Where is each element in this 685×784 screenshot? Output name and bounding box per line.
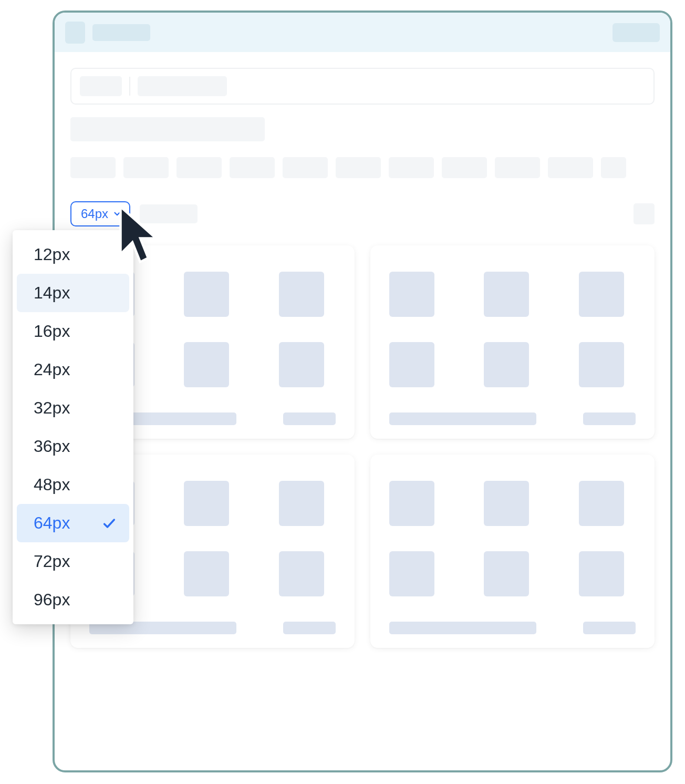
result-card[interactable] bbox=[370, 245, 655, 439]
tab-item[interactable] bbox=[548, 157, 593, 178]
size-option[interactable]: 48px bbox=[17, 466, 129, 504]
card-footer bbox=[389, 412, 636, 425]
thumb bbox=[484, 272, 529, 317]
size-option-label: 32px bbox=[34, 398, 70, 418]
tab-item[interactable] bbox=[442, 157, 487, 178]
size-option-label: 16px bbox=[34, 322, 70, 341]
size-option-label: 48px bbox=[34, 475, 70, 494]
tab-item[interactable] bbox=[123, 157, 169, 178]
size-option[interactable]: 24px bbox=[17, 350, 129, 389]
thumb bbox=[579, 342, 624, 387]
size-option-label: 64px bbox=[34, 513, 70, 533]
tab-item[interactable] bbox=[177, 157, 222, 178]
icon-size-dropdown: 12px14px16px24px32px36px48px64px72px96px bbox=[13, 230, 133, 624]
tab-item[interactable] bbox=[230, 157, 275, 178]
thumb bbox=[484, 551, 529, 596]
tab-more[interactable] bbox=[601, 157, 626, 178]
thumb bbox=[389, 481, 434, 526]
tab-item[interactable] bbox=[389, 157, 434, 178]
size-option-label: 14px bbox=[34, 283, 70, 303]
size-option[interactable]: 64px bbox=[17, 504, 129, 542]
thumb bbox=[279, 342, 324, 387]
card-thumb-grid bbox=[389, 481, 636, 596]
size-option-label: 36px bbox=[34, 437, 70, 456]
size-option[interactable]: 14px bbox=[17, 274, 129, 312]
size-option-label: 12px bbox=[34, 245, 70, 264]
check-icon bbox=[102, 516, 117, 531]
card-meta-placeholder bbox=[583, 622, 636, 634]
thumb bbox=[184, 551, 229, 596]
search-input-placeholder[interactable] bbox=[138, 76, 227, 96]
thumb bbox=[279, 481, 324, 526]
tab-item[interactable] bbox=[283, 157, 328, 178]
app-icon bbox=[65, 22, 85, 44]
thumb bbox=[579, 481, 624, 526]
card-title-placeholder bbox=[389, 412, 536, 425]
view-toggle-button[interactable] bbox=[634, 203, 655, 224]
thumb bbox=[279, 272, 324, 317]
tab-item[interactable] bbox=[495, 157, 540, 178]
result-card[interactable] bbox=[370, 455, 655, 648]
thumb bbox=[184, 481, 229, 526]
search-scope-chip[interactable] bbox=[80, 76, 122, 96]
thumb bbox=[484, 342, 529, 387]
content-area: 64px bbox=[55, 52, 670, 648]
thumb bbox=[184, 342, 229, 387]
app-title-placeholder bbox=[92, 24, 150, 41]
thumb bbox=[389, 342, 434, 387]
titlebar bbox=[55, 13, 670, 52]
thumb bbox=[184, 272, 229, 317]
card-meta-placeholder bbox=[583, 412, 636, 425]
thumb bbox=[389, 551, 434, 596]
app-window: 64px bbox=[53, 11, 672, 772]
titlebar-action-button[interactable] bbox=[613, 23, 660, 42]
card-footer bbox=[389, 622, 636, 634]
card-thumb-grid bbox=[389, 272, 636, 387]
icon-size-value: 64px bbox=[81, 207, 108, 221]
tab-item[interactable] bbox=[336, 157, 381, 178]
search-bar[interactable] bbox=[70, 68, 655, 105]
card-title-placeholder bbox=[389, 622, 536, 634]
thumb bbox=[579, 551, 624, 596]
card-meta-placeholder bbox=[283, 412, 336, 425]
thumb bbox=[279, 551, 324, 596]
tabs-row bbox=[70, 157, 655, 178]
size-option[interactable]: 72px bbox=[17, 542, 129, 581]
thumb bbox=[389, 272, 434, 317]
size-option[interactable]: 36px bbox=[17, 427, 129, 466]
cursor-icon bbox=[117, 203, 164, 266]
size-option[interactable]: 12px bbox=[17, 235, 129, 274]
thumb bbox=[484, 481, 529, 526]
tab-item[interactable] bbox=[70, 157, 116, 178]
cards-grid bbox=[70, 245, 655, 648]
size-option-label: 96px bbox=[34, 590, 70, 610]
size-option-label: 72px bbox=[34, 552, 70, 571]
size-option[interactable]: 16px bbox=[17, 312, 129, 350]
size-option[interactable]: 96px bbox=[17, 581, 129, 619]
size-option-label: 24px bbox=[34, 360, 70, 379]
card-meta-placeholder bbox=[283, 622, 336, 634]
thumb bbox=[579, 272, 624, 317]
section-title-placeholder bbox=[70, 117, 265, 141]
search-divider bbox=[129, 77, 130, 96]
size-option[interactable]: 32px bbox=[17, 389, 129, 427]
